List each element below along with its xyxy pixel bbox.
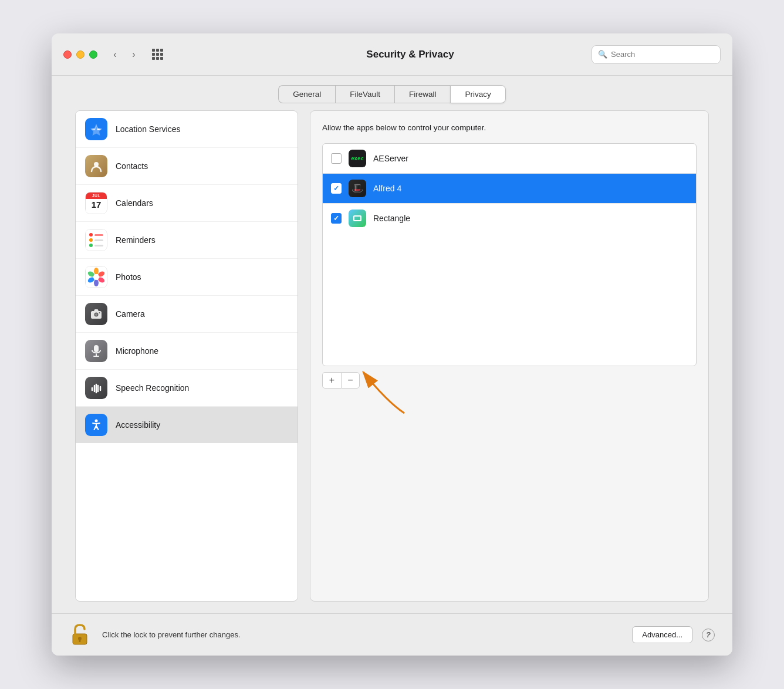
sidebar-label-location-services: Location Services <box>116 124 181 134</box>
nav-buttons: ‹ › <box>107 46 142 63</box>
sidebar-label-contacts: Contacts <box>116 161 148 171</box>
sidebar-label-reminders: Reminders <box>116 235 156 245</box>
svg-point-11 <box>95 313 97 316</box>
sidebar-item-photos[interactable]: Photos <box>76 259 298 296</box>
main-content: Location Services Contacts <box>52 110 732 613</box>
sidebar-label-accessibility: Accessibility <box>116 420 160 430</box>
svg-point-5 <box>94 279 99 286</box>
calendars-icon: JUL 17 <box>85 192 107 214</box>
traffic-lights <box>63 50 97 59</box>
maximize-button[interactable] <box>89 50 97 59</box>
search-input[interactable] <box>611 50 714 59</box>
tab-filevault[interactable]: FileVault <box>335 85 394 103</box>
right-panel: Allow the apps below to control your com… <box>310 110 709 602</box>
alfred4-checkmark: ✓ <box>333 185 339 192</box>
photos-icon <box>85 266 107 288</box>
app-item-alfred4[interactable]: ✓ 🎩 Alfred 4 <box>323 174 696 204</box>
lock-description: Click the lock to prevent further change… <box>102 630 623 639</box>
alfred4-name: Alfred 4 <box>373 184 401 193</box>
alfred4-checkbox[interactable]: ✓ <box>331 183 342 194</box>
svg-point-21 <box>95 420 98 423</box>
accessibility-icon <box>85 414 107 436</box>
grid-icon <box>152 49 163 60</box>
sidebar-item-speech-recognition[interactable]: Speech Recognition <box>76 370 298 407</box>
window-title: Security & Privacy <box>170 49 650 60</box>
sidebar-item-reminders[interactable]: Reminders <box>76 222 298 259</box>
sidebar-item-location-services[interactable]: Location Services <box>76 111 298 148</box>
panel-description: Allow the apps below to control your com… <box>322 123 697 134</box>
forward-button[interactable]: › <box>126 46 142 63</box>
search-icon: 🔍 <box>598 50 607 59</box>
tab-general[interactable]: General <box>278 85 335 103</box>
apps-list: exec AEServer ✓ 🎩 Alfred 4 <box>322 143 697 366</box>
sidebar-item-contacts[interactable]: Contacts <box>76 148 298 185</box>
app-item-rectangle[interactable]: ✓ Rectangle <box>323 204 696 233</box>
lock-icon <box>72 623 90 647</box>
reminders-icon <box>85 229 107 251</box>
svg-rect-13 <box>94 345 99 352</box>
contacts-icon <box>85 155 107 177</box>
rectangle-checkbox[interactable]: ✓ <box>331 213 342 224</box>
aeserver-checkbox[interactable] <box>331 153 342 164</box>
speech-recognition-icon <box>85 377 107 399</box>
sidebar-item-microphone[interactable]: Microphone <box>76 333 298 370</box>
camera-icon <box>85 303 107 325</box>
sidebar-item-calendars[interactable]: JUL 17 Calendars <box>76 185 298 222</box>
svg-point-2 <box>94 268 99 275</box>
close-button[interactable] <box>63 50 72 59</box>
advanced-button[interactable]: Advanced... <box>632 626 692 643</box>
sidebar-label-microphone: Microphone <box>116 346 158 356</box>
grid-button[interactable] <box>149 46 165 63</box>
sidebar-label-speech-recognition: Speech Recognition <box>116 383 189 393</box>
app-item-aeserver[interactable]: exec AEServer <box>323 144 696 174</box>
sidebar-label-camera: Camera <box>116 309 145 319</box>
svg-rect-25 <box>79 639 81 642</box>
arrow-annotation <box>352 360 422 421</box>
search-box[interactable]: 🔍 <box>592 45 721 64</box>
add-app-button[interactable]: + <box>322 372 341 389</box>
location-services-icon <box>85 118 107 140</box>
sidebar-label-photos: Photos <box>116 272 141 282</box>
rectangle-checkmark: ✓ <box>333 215 339 222</box>
alfred4-icon: 🎩 <box>349 180 366 197</box>
tabs-bar: General FileVault Firewall Privacy <box>52 76 732 110</box>
titlebar: ‹ › Security & Privacy 🔍 <box>52 33 732 76</box>
sidebar-item-accessibility[interactable]: Accessibility <box>76 407 298 443</box>
back-button[interactable]: ‹ <box>107 46 123 63</box>
help-button[interactable]: ? <box>702 629 715 641</box>
tab-privacy[interactable]: Privacy <box>450 85 505 103</box>
calendar-day: 17 <box>92 199 102 210</box>
lock-icon-container[interactable] <box>69 622 93 648</box>
sidebar: Location Services Contacts <box>75 110 298 602</box>
rectangle-name: Rectangle <box>373 214 410 223</box>
sidebar-item-camera[interactable]: Camera <box>76 296 298 333</box>
microphone-icon-container <box>85 340 107 362</box>
aeserver-name: AEServer <box>373 154 408 163</box>
calendar-month: JUL <box>86 192 107 199</box>
sidebar-label-calendars: Calendars <box>116 198 153 208</box>
minimize-button[interactable] <box>76 50 85 59</box>
aeserver-icon: exec <box>349 150 366 167</box>
main-window: ‹ › Security & Privacy 🔍 General FileVau… <box>52 33 732 656</box>
svg-point-12 <box>99 312 100 313</box>
bottom-bar: Click the lock to prevent further change… <box>52 613 732 656</box>
rectangle-icon <box>349 210 366 227</box>
tab-firewall[interactable]: Firewall <box>394 85 451 103</box>
svg-point-8 <box>93 274 99 280</box>
